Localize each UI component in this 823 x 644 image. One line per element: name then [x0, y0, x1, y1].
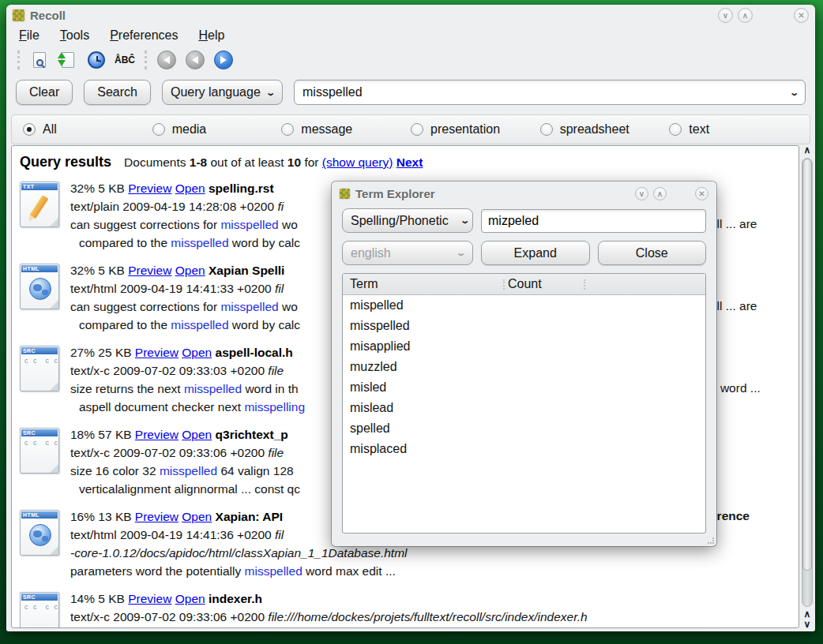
- text-run: wo: [279, 218, 298, 231]
- term-input[interactable]: [481, 209, 706, 233]
- term-row[interactable]: misapplied: [343, 336, 705, 357]
- text-run: 10: [287, 155, 301, 169]
- text-run: text/plain 2009-04-19 14:28:08 +0200: [70, 200, 277, 213]
- dialog-title-bar[interactable]: Term Explorer ∨ ∧ ✕: [332, 182, 716, 205]
- filter-text[interactable]: text: [669, 122, 799, 137]
- text-run: fil: [275, 282, 284, 295]
- sort-parameters-button[interactable]: [56, 49, 80, 71]
- term-explorer-button[interactable]: ÅBĈ: [113, 49, 137, 71]
- filter-label: presentation: [430, 122, 500, 137]
- preview-link[interactable]: Preview: [128, 182, 171, 195]
- preview-link[interactable]: Preview: [128, 264, 171, 277]
- advanced-search-button[interactable]: [28, 49, 51, 71]
- term-row[interactable]: muzzled: [343, 357, 705, 377]
- previous-page-button[interactable]: [183, 49, 207, 71]
- expand-mode-select[interactable]: Spelling/Phonetic ⌄: [342, 208, 473, 233]
- term-row[interactable]: misspelled: [343, 316, 705, 336]
- results-scrollbar[interactable]: ∧ ∧ ∨: [800, 145, 814, 630]
- term-cell: misapplied: [343, 339, 501, 354]
- scrollbar-thumb[interactable]: [802, 159, 812, 571]
- open-link[interactable]: Open: [182, 510, 212, 523]
- filter-media[interactable]: media: [152, 122, 282, 137]
- title-bar[interactable]: Recoll ∨ ∧ ✕: [6, 5, 815, 25]
- term-row[interactable]: misplaced: [343, 439, 705, 459]
- chevron-down-icon: ⌄: [460, 215, 470, 226]
- preview-link[interactable]: Preview: [135, 346, 179, 359]
- result-title: Xapian Spelli: [209, 264, 284, 277]
- document-history-button[interactable]: [85, 49, 108, 71]
- result-text: 27% 25 KB Preview Open aspell-local.htex…: [70, 343, 305, 423]
- preview-link[interactable]: Preview: [135, 510, 179, 523]
- preview-link[interactable]: Preview: [128, 592, 171, 605]
- text-run: -core-1.0.12/docs/apidoc/html/classXapia…: [70, 546, 408, 560]
- minimize-button[interactable]: ∨: [718, 8, 733, 23]
- file-type-tag: SRC: [21, 593, 58, 601]
- search-mode-select[interactable]: Query language ⌄: [162, 80, 283, 105]
- open-link[interactable]: Open: [182, 428, 212, 441]
- filter-label: media: [172, 122, 207, 137]
- open-link[interactable]: Open: [175, 182, 205, 195]
- term-input-wrap: [481, 209, 706, 233]
- language-value: english: [351, 246, 391, 260]
- next-page-button[interactable]: [212, 49, 235, 71]
- language-select[interactable]: english ⌄: [342, 241, 473, 265]
- term-cell: spelled: [343, 421, 501, 436]
- next-page-link[interactable]: Next: [396, 155, 423, 169]
- term-row[interactable]: mislead: [343, 398, 705, 418]
- expand-button[interactable]: Expand: [481, 241, 590, 265]
- result-title: indexer.h: [209, 592, 262, 605]
- term-row[interactable]: spelled: [343, 418, 705, 439]
- close-button[interactable]: ✕: [695, 187, 708, 200]
- scroll-down-icon[interactable]: ∨: [804, 620, 811, 630]
- toolbar-handle[interactable]: [17, 51, 20, 69]
- minimize-button[interactable]: ∨: [635, 187, 648, 200]
- first-page-button[interactable]: [155, 49, 179, 71]
- search-button[interactable]: Search: [84, 80, 151, 105]
- scrollbar-track[interactable]: [802, 158, 813, 607]
- maximize-button[interactable]: ∧: [653, 187, 667, 200]
- toolbar-handle[interactable]: [145, 51, 147, 69]
- search-row: Clear Search Query language ⌄ ⌄: [6, 75, 815, 111]
- column-header-term[interactable]: Term: [343, 277, 501, 291]
- radio-icon: [411, 123, 423, 136]
- file-type-tag: HTML: [21, 511, 58, 519]
- chevron-down-icon[interactable]: ⌄: [789, 88, 799, 98]
- result-line: 32% 5 KB Preview Open spelling.rst: [70, 179, 300, 197]
- column-resize-handle[interactable]: [584, 279, 585, 290]
- open-link[interactable]: Open: [175, 592, 205, 605]
- open-link[interactable]: Open: [175, 264, 205, 277]
- text-run: size 16 color 32: [70, 464, 160, 477]
- menu-help[interactable]: Help: [198, 28, 224, 43]
- text-run: parameters word the potentially: [70, 564, 245, 578]
- result-line: 14% 5 KB Preview Open indexer.h: [70, 590, 588, 608]
- menu-bar: FileToolsPreferencesHelp: [6, 25, 815, 47]
- menu-preferences[interactable]: Preferences: [110, 28, 178, 43]
- close-dialog-button[interactable]: Close: [598, 241, 707, 265]
- term-table: Term Count mispelledmisspelledmisapplied…: [342, 273, 706, 534]
- close-button[interactable]: ✕: [794, 8, 809, 23]
- open-link[interactable]: Open: [182, 346, 212, 359]
- filter-presentation[interactable]: presentation: [411, 122, 540, 137]
- results-summary: Documents 1-8 out of at least 10 for (sh…: [124, 153, 423, 171]
- text-run: word in th: [242, 382, 299, 395]
- menu-file[interactable]: File: [19, 28, 39, 43]
- column-resize-handle[interactable]: [503, 279, 505, 290]
- column-header-count[interactable]: Count: [501, 277, 542, 291]
- filter-message[interactable]: message: [281, 122, 411, 137]
- preview-link[interactable]: Preview: [135, 428, 179, 441]
- show-query-link[interactable]: (show query): [322, 155, 393, 169]
- window-title: Recoll: [30, 9, 66, 22]
- search-mode-label: Query language: [171, 85, 261, 99]
- term-row[interactable]: misled: [343, 377, 705, 398]
- clear-button[interactable]: Clear: [16, 80, 73, 105]
- term-row[interactable]: mispelled: [343, 295, 705, 316]
- maximize-button[interactable]: ∧: [738, 8, 753, 23]
- scroll-up-icon[interactable]: ∧: [804, 145, 811, 155]
- menu-tools[interactable]: Tools: [60, 28, 89, 43]
- query-input[interactable]: [294, 80, 806, 105]
- filter-all[interactable]: All: [23, 122, 152, 137]
- filter-spreadsheet[interactable]: spreadsheet: [540, 122, 670, 137]
- text-run: aspell document checker next: [79, 400, 244, 414]
- resize-grip[interactable]: [708, 537, 714, 544]
- file-type-tag: SRC: [21, 429, 58, 436]
